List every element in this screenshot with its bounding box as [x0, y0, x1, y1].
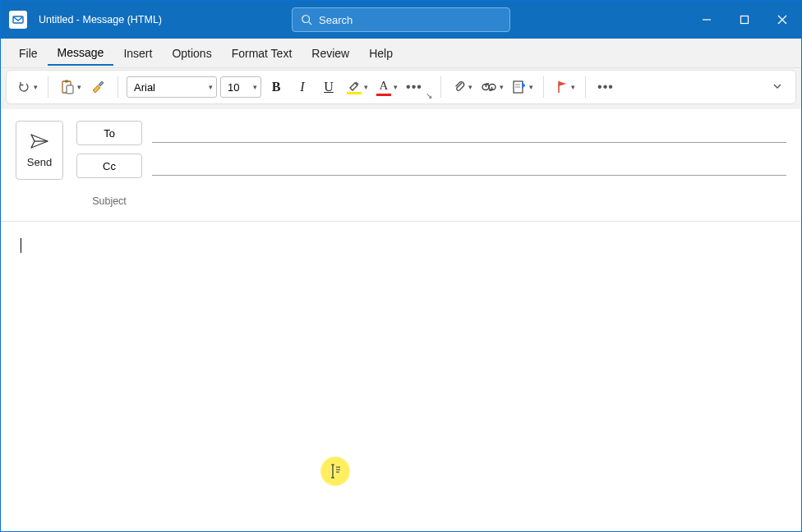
chevron-down-icon: ▾ — [364, 83, 368, 91]
undo-icon — [16, 80, 31, 94]
link-icon — [481, 81, 497, 93]
search-box[interactable]: Search — [292, 7, 510, 32]
to-row: To — [76, 121, 786, 145]
italic-icon: I — [300, 80, 304, 94]
menu-review[interactable]: Review — [302, 42, 359, 65]
menu-bar: File Message Insert Options Format Text … — [1, 39, 801, 68]
close-button[interactable] — [763, 1, 801, 39]
chevron-down-icon: ▾ — [529, 83, 533, 91]
chevron-down-icon: ▾ — [500, 83, 504, 91]
italic-button[interactable]: I — [291, 74, 314, 100]
menu-options[interactable]: Options — [162, 42, 221, 65]
minimize-button[interactable] — [688, 1, 726, 39]
window-title: Untitled - Message (HTML) — [39, 14, 162, 25]
svg-line-2 — [309, 22, 312, 25]
menu-insert[interactable]: Insert — [113, 42, 162, 65]
collapse-ribbon-button[interactable] — [766, 81, 789, 93]
separator — [440, 76, 441, 98]
chevron-down-icon: ▾ — [468, 83, 472, 91]
dialog-launcher-icon[interactable]: ↘ — [426, 91, 432, 100]
message-window: Untitled - Message (HTML) Search File Me… — [0, 0, 802, 532]
attach-button[interactable]: ▾ — [449, 74, 474, 100]
subject-label: Subject — [76, 195, 142, 207]
highlight-button[interactable]: ▾ — [343, 74, 370, 100]
svg-rect-4 — [741, 16, 749, 24]
undo-button[interactable]: ▾ — [13, 74, 39, 100]
cc-row: Cc — [76, 154, 786, 178]
link-button[interactable]: ▾ — [477, 74, 505, 100]
font-name-combo[interactable]: Arial ▾ — [127, 76, 217, 98]
ellipsis-icon: ••• — [406, 80, 422, 94]
ribbon: ▾ ▾ Arial ▾ 10 ▾ B I U — [6, 70, 796, 104]
send-icon — [30, 133, 49, 149]
chevron-down-icon: ▾ — [253, 83, 257, 91]
svg-rect-8 — [65, 80, 68, 83]
chevron-down-icon — [772, 81, 782, 91]
svg-point-1 — [302, 16, 310, 23]
signature-button[interactable]: ▾ — [509, 74, 535, 100]
compose-header: Send To Cc Subject — [1, 109, 801, 222]
separator — [118, 76, 118, 98]
svg-rect-9 — [67, 85, 73, 94]
to-input[interactable] — [152, 123, 786, 143]
bold-icon: B — [272, 80, 281, 94]
font-size-value: 10 — [228, 81, 239, 94]
underline-icon: U — [324, 80, 334, 94]
highlighter-icon — [347, 80, 362, 94]
menu-message[interactable]: Message — [48, 41, 114, 66]
more-commands-button[interactable]: ••• — [594, 74, 617, 100]
titlebar: Untitled - Message (HTML) Search — [1, 1, 801, 39]
to-button[interactable]: To — [76, 121, 142, 145]
app-icon — [9, 11, 27, 29]
chevron-down-icon: ▾ — [209, 83, 213, 91]
window-controls — [688, 1, 801, 39]
ellipsis-icon: ••• — [597, 80, 614, 94]
maximize-button[interactable] — [726, 1, 763, 39]
chevron-down-icon: ▾ — [394, 83, 398, 91]
header-fields: To Cc Subject — [76, 121, 786, 211]
menu-file[interactable]: File — [9, 42, 48, 65]
separator — [585, 76, 586, 98]
cc-input[interactable] — [152, 156, 786, 176]
text-caret — [21, 238, 21, 253]
cc-button[interactable]: Cc — [76, 154, 142, 178]
paintbrush-icon — [90, 79, 106, 95]
send-label: Send — [27, 156, 52, 168]
subject-row: Subject — [76, 191, 786, 211]
chevron-down-icon: ▾ — [34, 83, 38, 91]
chevron-down-icon: ▾ — [571, 83, 575, 91]
clipboard-icon — [60, 79, 75, 95]
chevron-down-icon: ▾ — [77, 83, 81, 91]
more-formatting-button[interactable]: ••• — [403, 74, 426, 100]
bold-button[interactable]: B — [265, 74, 288, 100]
menu-help[interactable]: Help — [359, 42, 403, 65]
font-color-icon: A — [376, 79, 391, 96]
menu-format-text[interactable]: Format Text — [222, 42, 302, 65]
flag-button[interactable]: ▾ — [552, 74, 577, 100]
underline-button[interactable]: U — [317, 74, 340, 100]
ribbon-container: ▾ ▾ Arial ▾ 10 ▾ B I U — [1, 68, 801, 109]
paperclip-icon — [453, 80, 466, 94]
format-painter-button[interactable] — [86, 74, 109, 100]
font-name-value: Arial — [134, 81, 155, 94]
separator — [48, 76, 48, 98]
font-color-button[interactable]: A ▾ — [373, 74, 399, 100]
flag-icon — [555, 80, 569, 94]
separator — [543, 76, 544, 98]
message-body[interactable] — [1, 222, 801, 531]
font-size-combo[interactable]: 10 ▾ — [220, 76, 261, 98]
paste-button[interactable]: ▾ — [57, 74, 83, 100]
search-placeholder: Search — [319, 14, 353, 26]
subject-input[interactable] — [152, 191, 786, 211]
signature-icon — [512, 80, 527, 94]
send-button[interactable]: Send — [16, 121, 63, 180]
search-icon — [301, 14, 312, 25]
